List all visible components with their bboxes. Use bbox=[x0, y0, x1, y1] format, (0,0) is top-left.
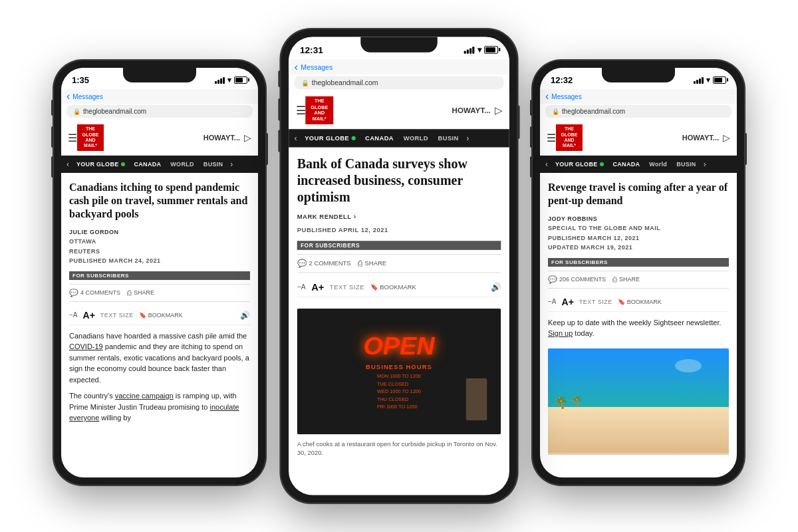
article-center: Bank of Canada surveys show increased bu… bbox=[289, 148, 509, 495]
subscriber-badge-center: FOR SUBSCRIBERS bbox=[297, 241, 501, 250]
bookmark-label-right: BOOKMARK bbox=[627, 299, 662, 305]
notch-center bbox=[360, 37, 438, 53]
hamburger-left[interactable]: ☰ bbox=[68, 132, 77, 144]
back-arrow-right[interactable]: ‹ bbox=[545, 90, 549, 102]
article-image-center: OPEN BUSINESS HOURS MON 1000 TO 1200 TUE… bbox=[297, 309, 501, 434]
back-label-left[interactable]: Messages bbox=[72, 93, 103, 100]
nav-left-arrow-right[interactable]: ‹ bbox=[543, 156, 551, 173]
published-meta-center: PUBLISHED APRIL 12, 2021 bbox=[297, 225, 501, 235]
updated-right: UPDATED MARCH 19, 2021 bbox=[548, 243, 729, 252]
text-minus-left[interactable]: −A bbox=[69, 311, 78, 319]
share-label-left: SHARE bbox=[134, 289, 154, 296]
text-label-left: TEXT SIZE bbox=[100, 312, 134, 319]
phone-shell-center: 12:31 ▾ bbox=[281, 29, 518, 503]
hamburger-right[interactable]: ☰ bbox=[547, 132, 556, 144]
tab-busin-right[interactable]: BUSIN bbox=[672, 157, 701, 172]
comments-btn-left[interactable]: 💬 4 COMMENTS bbox=[69, 289, 120, 297]
comments-btn-right[interactable]: 💬 206 COMMENTS bbox=[548, 275, 606, 284]
notch-right bbox=[602, 68, 675, 82]
nav-right-arrow-left[interactable]: › bbox=[227, 156, 235, 173]
article-title-right: Revenge travel is coming after a year of… bbox=[548, 181, 729, 207]
lock-icon-left: 🔒 bbox=[73, 108, 80, 115]
bookmark-icon-center: 🔖 bbox=[370, 283, 378, 291]
gm-logo-right: THEGLOBEANDMAIL* bbox=[556, 124, 583, 151]
tab-canada-center[interactable]: CANADA bbox=[360, 130, 399, 146]
scene: 1:35 ▾ bbox=[0, 0, 798, 532]
text-plus-right[interactable]: A+ bbox=[562, 297, 574, 307]
bookmark-label-left: BOOKMARK bbox=[148, 312, 183, 319]
author-left: JULIE GORDON bbox=[69, 227, 250, 237]
screen-center: 12:31 ▾ bbox=[289, 37, 509, 495]
beach-sand bbox=[548, 407, 729, 455]
back-arrow-left[interactable]: ‹ bbox=[66, 90, 70, 102]
tab-yourglobe-left[interactable]: YOUR GLOBE bbox=[72, 157, 130, 172]
nav-left-arrow-center[interactable]: ‹ bbox=[291, 129, 300, 147]
gm-header-left: ☰ THEGLOBEANDMAIL* HOWAYT... ▷ bbox=[61, 120, 258, 156]
tab-yourglobe-right[interactable]: YOUR GLOBE bbox=[551, 157, 608, 172]
text-plus-center[interactable]: A+ bbox=[311, 281, 324, 293]
article-actions-center: 💬 2 COMMENTS ⎙ SHARE bbox=[297, 254, 501, 273]
bookmark-btn-center[interactable]: 🔖 BOOKMARK bbox=[370, 283, 416, 291]
back-label-center[interactable]: Messages bbox=[301, 63, 332, 71]
send-icon-left[interactable]: ▷ bbox=[244, 132, 251, 143]
tab-canada-left[interactable]: CANADA bbox=[130, 157, 166, 172]
cloud bbox=[675, 359, 702, 372]
tab-busin-center[interactable]: BUSIN bbox=[433, 130, 464, 146]
battery-icon-left bbox=[234, 76, 247, 84]
username-left: HOWAYT... bbox=[203, 134, 240, 142]
article-image-right: 🌴 🌴 bbox=[548, 348, 729, 455]
share-btn-center[interactable]: ⎙ SHARE bbox=[358, 259, 386, 268]
bookmark-btn-left[interactable]: 🔖 BOOKMARK bbox=[139, 312, 183, 319]
status-icons-right: ▾ bbox=[694, 76, 726, 84]
comments-btn-center[interactable]: 💬 2 COMMENTS bbox=[297, 259, 351, 268]
nav-left-arrow-left[interactable]: ‹ bbox=[64, 156, 72, 173]
wifi-icon-left: ▾ bbox=[227, 76, 231, 84]
share-btn-right[interactable]: ⎙ SHARE bbox=[612, 275, 640, 283]
url-bar-center[interactable]: 🔒 theglobeandmail.com bbox=[295, 76, 504, 89]
article-right: Revenge travel is coming after a year of… bbox=[540, 173, 737, 477]
text-size-controls-left: −A A+ TEXT SIZE 🔖 BOOKMARK 🔊 bbox=[69, 306, 250, 325]
nav-right-arrow-center[interactable]: › bbox=[464, 129, 472, 147]
url-bar-left[interactable]: 🔒 theglobeandmail.com bbox=[66, 105, 253, 118]
tab-world-left[interactable]: WORLD bbox=[166, 157, 199, 172]
tab-canada-right[interactable]: CANADA bbox=[608, 157, 645, 172]
tab-world-right[interactable]: World bbox=[644, 157, 672, 172]
send-icon-center[interactable]: ▷ bbox=[495, 104, 503, 116]
url-bar-right[interactable]: 🔒 theglobeandmail.com bbox=[545, 105, 732, 118]
published-right: PUBLISHED MARCH 12, 2021 bbox=[548, 233, 729, 243]
back-arrow-center[interactable]: ‹ bbox=[295, 61, 299, 73]
nav-bar-right[interactable]: ‹ Messages bbox=[540, 89, 737, 104]
bookmark-btn-right[interactable]: 🔖 BOOKMARK bbox=[618, 299, 662, 305]
gm-header-center: ☰ THEGLOBEANDMAIL* HOWAYT... ▷ bbox=[289, 92, 509, 130]
author-center: MARK RENDELL bbox=[297, 213, 352, 220]
tab-world-center[interactable]: WORLD bbox=[398, 130, 433, 146]
volume-icon-left[interactable]: 🔊 bbox=[240, 311, 250, 320]
user-area-right: HOWAYT... ▷ bbox=[583, 132, 730, 143]
signup-link-right[interactable]: Sign up bbox=[548, 329, 573, 337]
water-edge bbox=[548, 453, 729, 455]
covid-link[interactable]: COVID-19 bbox=[69, 342, 103, 350]
vaccine-link[interactable]: vaccine campaign bbox=[115, 392, 174, 400]
volume-icon-center[interactable]: 🔊 bbox=[491, 282, 501, 292]
bookmark-icon-right: 🔖 bbox=[618, 299, 625, 305]
article-left: Canadians itching to spend pandemic cash… bbox=[61, 173, 258, 477]
hamburger-center[interactable]: ☰ bbox=[296, 104, 306, 117]
tab-busin-left[interactable]: BUSIN bbox=[199, 157, 228, 172]
published-center: PUBLISHED APRIL 12, 2021 bbox=[297, 225, 501, 235]
share-btn-left[interactable]: ⎙ SHARE bbox=[127, 289, 154, 297]
back-label-right[interactable]: Messages bbox=[551, 93, 582, 100]
article-actions-right: 💬 206 COMMENTS ⎙ SHARE bbox=[548, 271, 729, 289]
inoculate-link[interactable]: inoculate everyone bbox=[69, 403, 239, 422]
send-icon-right[interactable]: ▷ bbox=[723, 132, 730, 143]
article-meta-center: MARK RENDELL › bbox=[297, 211, 501, 222]
share-icon-left: ⎙ bbox=[127, 289, 132, 297]
nav-right-arrow-right[interactable]: › bbox=[701, 156, 709, 173]
text-minus-right[interactable]: −A bbox=[548, 298, 557, 305]
nav-tabs-center: ‹ YOUR GLOBE CANADA WORLD BUSIN › bbox=[289, 129, 509, 147]
nav-bar-left[interactable]: ‹ Messages bbox=[61, 89, 258, 104]
tab-yourglobe-center[interactable]: YOUR GLOBE bbox=[300, 130, 360, 146]
author-right: JODY ROBBINS bbox=[548, 214, 729, 223]
text-minus-center[interactable]: −A bbox=[297, 283, 306, 291]
text-plus-left[interactable]: A+ bbox=[83, 310, 95, 321]
nav-bar-center[interactable]: ‹ Messages bbox=[289, 59, 509, 74]
